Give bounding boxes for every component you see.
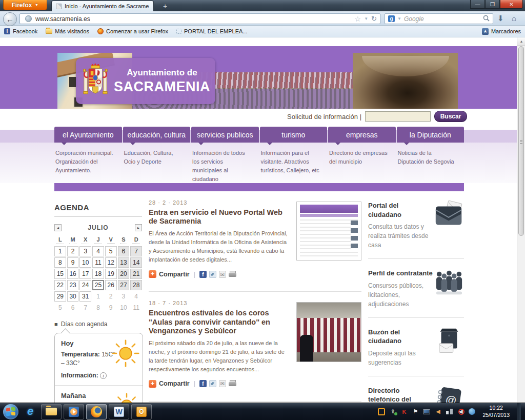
buscar-button[interactable]: Buscar xyxy=(434,111,467,122)
calendar-prev-button[interactable]: ◄ xyxy=(54,224,62,231)
calendar-day[interactable]: 11 xyxy=(92,257,104,268)
site-logo[interactable]: Ayuntamiento de SACRAMENIA xyxy=(76,58,215,104)
calendar-day[interactable]: 3 xyxy=(79,246,91,256)
show-desktop-button[interactable] xyxy=(517,403,521,420)
service-title[interactable]: Portal del ciudadano xyxy=(368,201,433,219)
share-label[interactable]: Compartir xyxy=(159,271,190,278)
calendar-day[interactable]: 29 xyxy=(54,291,66,302)
service-title[interactable]: Buzón del ciudadano xyxy=(368,328,433,346)
search-bar[interactable]: g ▼ Google xyxy=(385,13,493,24)
nav-item-servicios-publicos[interactable]: servicios publicos xyxy=(191,127,259,143)
addthis-icon[interactable]: + xyxy=(149,380,156,388)
nav-item-turismo[interactable]: turismo xyxy=(260,127,328,143)
calendar-day[interactable]: 7 xyxy=(130,246,142,256)
url-dropdown-icon[interactable]: ▼ xyxy=(364,16,368,21)
calendar-day[interactable]: 22 xyxy=(54,280,66,290)
calendar-day-today[interactable]: 25 xyxy=(92,280,104,290)
scrollbar-thumb[interactable] xyxy=(518,46,524,236)
nav-item-ayuntamiento[interactable]: el Ayuntamiento xyxy=(54,127,122,143)
calendar-day[interactable]: 2 xyxy=(67,246,79,256)
service-portal-ciudadano[interactable]: Portal del ciudadano Consulta tus datos … xyxy=(368,191,464,258)
calendar-day[interactable]: 30 xyxy=(67,291,79,302)
downloads-button[interactable]: ⬇ xyxy=(497,14,504,23)
minimize-button[interactable]: — xyxy=(470,0,485,9)
bookmarks-menu-button[interactable]: ★ Marcadores xyxy=(482,28,521,35)
bookmark-portal-empleado[interactable]: PORTAL DEL EMPLEA... xyxy=(176,28,248,34)
twitter-share-icon[interactable] xyxy=(209,380,216,387)
email-share-icon[interactable]: ✉ xyxy=(219,271,226,278)
calendar-day[interactable]: 23 xyxy=(67,280,79,290)
calendar-next-button[interactable]: ► xyxy=(135,224,142,231)
bookmark-facebook[interactable]: f Facebook xyxy=(4,28,37,34)
calendar-day[interactable]: 10 xyxy=(79,257,91,268)
bookmark-star-icon[interactable]: ☆ xyxy=(355,15,361,23)
calendar-day[interactable]: 20 xyxy=(118,269,130,279)
calendar-day[interactable]: 21 xyxy=(130,269,142,279)
service-directorio-telefonico[interactable]: Directorio telefónico del ayuntamiento @ xyxy=(368,376,464,403)
firefox-menu-button[interactable]: Firefox ▼ xyxy=(3,0,47,10)
calendar-day[interactable]: 8 xyxy=(54,257,66,268)
taskbar-clock[interactable]: 10:22 25/07/2013 xyxy=(479,405,513,418)
calendar-day[interactable]: 18 xyxy=(92,269,104,279)
calendar-day[interactable]: 4 xyxy=(92,246,104,256)
calendar-day[interactable]: 28 xyxy=(130,280,142,290)
internet-explorer-icon[interactable]: e xyxy=(22,404,39,419)
nav-item-diputacion[interactable]: la Diputación xyxy=(397,127,465,143)
firefox-taskbar-button[interactable] xyxy=(86,404,107,419)
info-icon[interactable]: i xyxy=(100,372,107,379)
calendar-day[interactable]: 24 xyxy=(79,280,91,290)
facebook-share-icon[interactable]: f xyxy=(199,271,207,278)
volume-icon[interactable]: ◀ xyxy=(434,408,441,415)
addthis-icon[interactable]: + xyxy=(149,270,156,278)
calendar-day[interactable]: 1 xyxy=(54,246,66,256)
email-share-icon[interactable]: ✉ xyxy=(219,380,226,387)
service-title[interactable]: Perfil de contratante xyxy=(368,269,433,278)
network-icon[interactable] xyxy=(446,408,453,415)
calendar-day[interactable]: 27 xyxy=(118,280,130,290)
bookmark-comenzar-firefox[interactable]: Comenzar a usar Firefox xyxy=(97,28,168,34)
search-magnifier-icon[interactable] xyxy=(483,14,490,24)
print-icon[interactable] xyxy=(229,380,236,387)
service-title[interactable]: Directorio telefónico del ayuntamiento xyxy=(368,386,433,403)
calendar-day[interactable]: 13 xyxy=(118,257,130,268)
engine-dropdown-icon[interactable]: ▼ xyxy=(397,16,401,21)
new-tab-button[interactable]: + xyxy=(159,2,171,11)
twitter-share-icon[interactable] xyxy=(209,271,216,278)
calendar-day[interactable]: 26 xyxy=(105,280,117,290)
outlook-button[interactable]: O xyxy=(131,404,152,419)
usb-device-icon[interactable]: ⇪ xyxy=(389,408,396,415)
calendar-day[interactable]: 14 xyxy=(130,257,142,268)
service-buzon-ciudadano[interactable]: Buzón del ciudadano Deposite aquí las su… xyxy=(368,317,464,376)
muted-volume-icon[interactable]: ◀ xyxy=(457,408,464,415)
maximize-button[interactable]: ❐ xyxy=(485,0,500,9)
updater-icon[interactable] xyxy=(468,408,475,415)
calendar-day[interactable]: 17 xyxy=(79,269,91,279)
calendar-day[interactable]: 16 xyxy=(67,269,79,279)
facebook-share-icon[interactable]: f xyxy=(199,380,207,387)
calendar-day[interactable]: 31 xyxy=(79,291,91,302)
site-identity-icon[interactable] xyxy=(25,15,32,22)
calendar-day[interactable]: 12 xyxy=(105,257,117,268)
calendar-day[interactable]: 9 xyxy=(67,257,79,268)
nav-item-educacion-cultura[interactable]: educación, cultura xyxy=(123,127,191,143)
calendar-day[interactable]: 19 xyxy=(105,269,117,279)
search-placeholder[interactable]: Google xyxy=(404,15,480,23)
nav-item-empresas[interactable]: empresas xyxy=(328,127,396,143)
media-player-button[interactable] xyxy=(64,404,84,419)
calendar-day[interactable]: 5 xyxy=(105,246,117,256)
windows-explorer-button[interactable] xyxy=(41,404,62,419)
start-button[interactable] xyxy=(3,404,18,419)
service-perfil-contratante[interactable]: Perfil de contratante Consursos públicos… xyxy=(368,258,464,317)
outlook-reminder-icon[interactable] xyxy=(378,408,385,415)
url-text[interactable]: www.sacramenia.es xyxy=(35,15,355,23)
page-scrollbar[interactable]: ▲ xyxy=(517,37,525,403)
article-thumbnail[interactable] xyxy=(296,202,361,261)
language-flag-icon[interactable]: ⚑ xyxy=(412,408,419,415)
print-icon[interactable] xyxy=(229,271,236,278)
back-button[interactable]: ← xyxy=(3,12,17,26)
reload-icon[interactable]: ↻ xyxy=(371,15,377,23)
article-thumbnail[interactable] xyxy=(296,302,361,362)
home-button[interactable]: ⌂ xyxy=(512,14,516,23)
word-button[interactable]: W xyxy=(109,404,129,419)
site-search-input[interactable] xyxy=(365,111,431,122)
